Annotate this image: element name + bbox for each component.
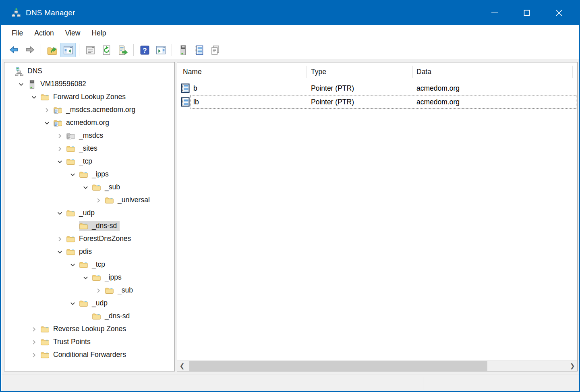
record-row-b[interactable]: b Pointer (PTR) acmedom.org <box>177 81 577 95</box>
zone-icon <box>53 118 62 128</box>
chevron-down-icon[interactable] <box>79 181 92 194</box>
refresh-button[interactable] <box>99 43 114 57</box>
tree-item-dns-sd-12[interactable]: _dns-sd <box>4 220 174 232</box>
chevron-down-icon[interactable] <box>53 245 66 258</box>
chevron-down-icon[interactable] <box>66 168 79 181</box>
tree-item-tcp-15[interactable]: _tcp <box>4 258 174 271</box>
chevron-right-icon[interactable] <box>92 194 105 207</box>
column-separator[interactable] <box>572 66 573 78</box>
chevron-down-icon[interactable] <box>40 116 53 129</box>
tree-item-dns-0[interactable]: DNS <box>4 65 174 78</box>
chevron-right-icon[interactable] <box>27 323 40 336</box>
chevron-right-icon[interactable] <box>53 142 66 155</box>
folder-icon <box>66 144 75 153</box>
chevron-right-icon[interactable] <box>92 284 105 297</box>
tree-item-pdis-14[interactable]: pdis <box>4 245 174 258</box>
folder-icon <box>40 351 50 360</box>
tree-item-msdcs-acmedom-org-3[interactable]: _msdcs.acmedom.org <box>4 104 174 116</box>
forward-button[interactable] <box>22 43 37 57</box>
tree-item-vm189596082-1[interactable]: VM189596082 <box>4 78 174 91</box>
chevron-right-glyph <box>44 107 50 114</box>
chevron-right-icon[interactable] <box>53 129 66 142</box>
tree-item-udp-18[interactable]: _udp <box>4 297 174 310</box>
tree-item-universal-10[interactable]: _universal <box>4 194 174 207</box>
folder-icon <box>92 273 101 282</box>
chevron-down-icon[interactable] <box>66 297 79 310</box>
tree-item-reverse-lookup-zones-20[interactable]: Reverse Lookup Zones <box>4 323 174 336</box>
caption-buttons <box>478 1 575 25</box>
tree-item-msdcs-5[interactable]: _msdcs <box>4 129 174 142</box>
folder-icon <box>79 299 88 308</box>
console-tree: DNSVM189596082Forward Lookup Zones_msdcs… <box>4 62 174 361</box>
show-hide-console-tree-button[interactable] <box>60 43 76 57</box>
tree-item-ipps-8[interactable]: _ipps <box>4 168 174 181</box>
record-list: b Pointer (PTR) acmedom.org lb Pointer (… <box>177 81 577 109</box>
column-separator[interactable] <box>412 66 413 78</box>
tree-item-label: acmedom.org <box>66 118 111 128</box>
folder-icon <box>40 338 50 347</box>
maximize-button[interactable] <box>511 1 543 25</box>
tree-item-label: _msdcs.acmedom.org <box>66 105 137 115</box>
chevron-right-glyph <box>56 133 63 139</box>
export-list-button[interactable] <box>115 43 130 57</box>
properties-button[interactable] <box>83 43 98 57</box>
folder-icon <box>66 157 75 166</box>
chevron-down-icon[interactable] <box>53 207 66 220</box>
notebook-icon <box>194 45 205 56</box>
tree-item-sub-9[interactable]: _sub <box>4 181 174 194</box>
copy-record-button[interactable] <box>207 43 223 57</box>
column-separator[interactable] <box>306 66 307 78</box>
chevron-down-icon[interactable] <box>66 258 79 271</box>
tree-item-acmedom-org-4[interactable]: acmedom.org <box>4 116 174 129</box>
menu-action[interactable]: Action <box>29 27 60 40</box>
record-list-button[interactable] <box>191 43 207 57</box>
content-area: DNSVM189596082Forward Lookup Zones_msdcs… <box>2 59 580 375</box>
menu-view[interactable]: View <box>60 27 86 40</box>
tree-item-ipps-16[interactable]: _ipps <box>4 271 174 284</box>
toolbar-separator <box>41 44 41 56</box>
tree-item-sites-6[interactable]: _sites <box>4 142 174 155</box>
tree-item-conditional-forwarders-22[interactable]: Conditional Forwarders <box>4 348 174 361</box>
toolbar-separator <box>133 44 134 56</box>
chevron-right-icon[interactable] <box>27 336 40 348</box>
tree-item-label: _msdcs <box>79 131 105 141</box>
tree-item-dns-sd-19[interactable]: _dns-sd <box>4 310 174 323</box>
scroll-left-arrow-icon[interactable]: ❮ <box>177 361 187 371</box>
server-button[interactable] <box>175 43 191 57</box>
horizontal-scrollbar[interactable]: ❮ ❯ <box>177 360 577 371</box>
up-one-level-button[interactable] <box>44 43 60 57</box>
tree-item-forestdnszones-13[interactable]: ForestDnsZones <box>4 232 174 245</box>
tree-item-label: _sites <box>79 143 99 154</box>
record-row-lb[interactable]: lb Pointer (PTR) acmedom.org <box>177 95 577 109</box>
chevron-down-icon[interactable] <box>79 271 92 284</box>
tree-item-tcp-7[interactable]: _tcp <box>4 155 174 168</box>
column-header-name[interactable]: Name <box>183 62 202 81</box>
close-button[interactable] <box>543 1 575 25</box>
folder-icon <box>105 286 114 295</box>
scroll-right-arrow-icon[interactable]: ❯ <box>568 361 577 371</box>
menu-help[interactable]: Help <box>86 27 112 40</box>
chevron-right-icon[interactable] <box>53 232 66 245</box>
chevron-right-glyph <box>56 145 63 152</box>
minimize-button[interactable] <box>478 1 511 25</box>
dns-root-icon <box>14 67 24 76</box>
tree-item-sub-17[interactable]: _sub <box>4 284 174 297</box>
column-header-type[interactable]: Type <box>311 62 326 81</box>
chevron-right-icon[interactable] <box>27 348 40 361</box>
chevron-right-icon[interactable] <box>40 104 53 116</box>
tree-item-forward-lookup-zones-2[interactable]: Forward Lookup Zones <box>4 91 174 104</box>
menu-file[interactable]: File <box>6 27 29 40</box>
help-button[interactable] <box>137 43 152 57</box>
folder-icon <box>66 234 75 244</box>
tree-item-trust-points-21[interactable]: Trust Points <box>4 336 174 348</box>
show-hide-action-pane-button[interactable] <box>153 43 168 57</box>
column-header-data[interactable]: Data <box>416 62 431 81</box>
statusbar <box>2 375 580 392</box>
toolbar-separator <box>172 44 172 56</box>
back-button[interactable] <box>6 43 21 57</box>
tree-item-udp-11[interactable]: _udp <box>4 207 174 220</box>
chevron-down-icon[interactable] <box>53 155 66 168</box>
scrollbar-thumb[interactable] <box>189 361 487 371</box>
chevron-down-icon[interactable] <box>27 91 40 104</box>
chevron-down-icon[interactable] <box>14 78 27 91</box>
